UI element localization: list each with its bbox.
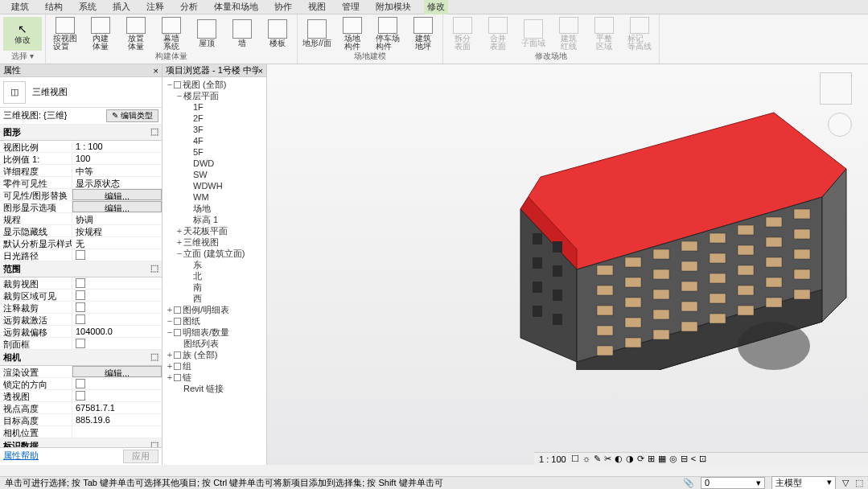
design-option-selector[interactable]: 主模型▾ (771, 476, 836, 489)
tab-注释[interactable]: 注释 (143, 0, 167, 14)
checkbox[interactable] (76, 302, 85, 312)
tree-node[interactable]: +组 (164, 360, 265, 372)
tab-协作[interactable]: 协作 (271, 0, 295, 14)
prop-row[interactable]: 视图比例1 : 100 (0, 141, 162, 153)
ribbon-停车场-构件[interactable]: 停车场构件 (372, 17, 404, 51)
select-icon[interactable]: ⬚ (855, 478, 863, 488)
checkbox[interactable] (76, 391, 85, 401)
filter-icon[interactable]: ▽ (842, 478, 849, 488)
tree-node[interactable]: +图例/明细表 (164, 304, 265, 315)
tree-node[interactable]: +三维视图 (164, 236, 265, 248)
ribbon-屋顶[interactable]: 屋顶 (191, 17, 223, 51)
tab-结构[interactable]: 结构 (42, 0, 66, 14)
prop-row[interactable]: 视点高度67581.7.1 (0, 402, 162, 414)
type-selector[interactable]: ◫ 三维视图 (0, 77, 162, 108)
checkbox[interactable] (174, 318, 181, 325)
prop-row[interactable]: 详细程度中等 (0, 165, 162, 177)
prop-row[interactable]: 显示隐藏线按规程 (0, 225, 162, 237)
prop-section-范围[interactable]: 范围⬚ (0, 261, 162, 277)
building-model[interactable] (476, 88, 868, 370)
tree-node[interactable]: 3F (164, 124, 265, 135)
checkbox[interactable] (76, 250, 85, 260)
tab-附加模块[interactable]: 附加模块 (372, 0, 414, 14)
ribbon-楼板[interactable]: 楼板 (261, 17, 294, 51)
tree-node[interactable]: WM (164, 191, 265, 203)
tab-系统[interactable]: 系统 (76, 0, 100, 14)
tab-分析[interactable]: 分析 (177, 0, 201, 14)
properties-help-link[interactable]: 属性帮助 (3, 450, 39, 463)
view-tool-icon[interactable]: ⟳ (637, 454, 644, 463)
tab-视图[interactable]: 视图 (305, 0, 329, 14)
ribbon-场地-构件[interactable]: 场地构件 (336, 17, 368, 51)
expand-icon[interactable]: + (166, 361, 174, 371)
tree-node[interactable]: −楼层平面 (164, 90, 265, 101)
tree-node[interactable]: SW (164, 169, 265, 180)
view-tool-icon[interactable]: ▦ (658, 454, 666, 463)
tree-node[interactable]: +族 (全部) (164, 349, 265, 360)
close-icon[interactable]: × (258, 66, 263, 76)
tab-建筑[interactable]: 建筑 (8, 0, 32, 14)
tree-node[interactable]: 场地 (164, 203, 265, 214)
prop-row[interactable]: 目标高度885.19.6 (0, 414, 162, 426)
view-tool-icon[interactable]: ◎ (669, 454, 677, 463)
tree-node[interactable]: 南 (164, 281, 265, 293)
tree-node[interactable]: 东 (164, 259, 265, 270)
workset-selector[interactable]: 0▾ (701, 477, 765, 489)
tree-node[interactable]: 图纸列表 (164, 338, 265, 349)
tree-node[interactable]: 标高 1 (164, 214, 265, 225)
prop-row[interactable]: 零件可见性显示原状态 (0, 177, 162, 189)
tree-node[interactable]: −图纸 (164, 315, 265, 327)
prop-section-相机[interactable]: 相机⬚ (0, 350, 162, 366)
apply-button[interactable]: 应用 (123, 450, 158, 463)
view-tool-icon[interactable]: ⊡ (699, 454, 706, 463)
view-tool-icon[interactable]: ⊞ (648, 454, 655, 463)
ribbon-建筑-地坪[interactable]: 建筑地坪 (407, 17, 439, 51)
prop-row[interactable]: 默认分析显示样式无 (0, 237, 162, 249)
tab-修改[interactable]: 修改 (424, 0, 448, 14)
expand-icon[interactable]: + (166, 305, 174, 314)
expand-icon[interactable]: + (166, 350, 174, 360)
checkbox[interactable] (76, 290, 85, 300)
prop-row[interactable]: 透视图 (0, 390, 162, 402)
prop-row[interactable]: 剖面框 (0, 338, 162, 350)
prop-row[interactable]: 远剪裁偏移104000.0 (0, 326, 162, 338)
checkbox[interactable] (76, 339, 85, 348)
view-tool-icon[interactable]: < (691, 454, 696, 463)
prop-row[interactable]: 注释裁剪 (0, 302, 162, 314)
expand-icon[interactable]: + (175, 226, 183, 236)
view-tool-icon[interactable]: ◑ (626, 454, 634, 463)
edit-type-button[interactable]: ✎ 编辑类型 (106, 109, 158, 122)
ribbon-地形//面[interactable]: 地形//面 (301, 17, 333, 51)
prop-row[interactable]: 锁定的方向 (0, 378, 162, 390)
checkbox[interactable] (174, 306, 181, 314)
ribbon-按视图-设置[interactable]: 按视图设置 (49, 17, 81, 51)
prop-section-图形[interactable]: 图形⬚ (0, 125, 162, 141)
viewport-3d[interactable]: 1 : 100 ☐☼✎✂◐◑⟳⊞▦◎⊟<⊡ (267, 64, 868, 465)
tree-node[interactable]: WDWH (164, 180, 265, 191)
expand-icon[interactable]: + (166, 372, 174, 382)
prop-row[interactable]: 可见性/图形替换编辑... (0, 189, 162, 201)
checkbox[interactable] (76, 314, 85, 324)
view-tool-icon[interactable]: ◐ (615, 454, 623, 463)
tree-node[interactable]: +链 (164, 372, 265, 383)
prop-row[interactable]: 日光路径 (0, 249, 162, 261)
ribbon-内建-体量[interactable]: 内建体量 (84, 17, 117, 51)
prop-row[interactable]: 图形显示选项编辑... (0, 201, 162, 213)
expand-icon[interactable]: − (166, 316, 174, 326)
view-tool-icon[interactable]: ✂ (604, 454, 611, 463)
tab-插入[interactable]: 插入 (109, 0, 134, 14)
prop-row[interactable]: 相机位置 (0, 426, 162, 438)
tree-node[interactable]: −视图 (全部) (164, 79, 265, 90)
prop-row[interactable]: 远剪裁激活 (0, 314, 162, 326)
prop-row[interactable]: 比例值 1:100 (0, 153, 162, 165)
tab-管理[interactable]: 管理 (339, 0, 363, 14)
view-tool-icon[interactable]: ⊟ (681, 454, 688, 463)
expand-icon[interactable]: − (175, 91, 183, 101)
checkbox[interactable] (174, 351, 181, 359)
checkbox[interactable] (174, 81, 181, 88)
tree-node[interactable]: −明细表/数量 (164, 327, 265, 338)
tab-体量和场地[interactable]: 体量和场地 (211, 0, 261, 14)
checkbox[interactable] (76, 278, 85, 288)
checkbox[interactable] (174, 374, 181, 381)
checkbox[interactable] (174, 329, 181, 336)
